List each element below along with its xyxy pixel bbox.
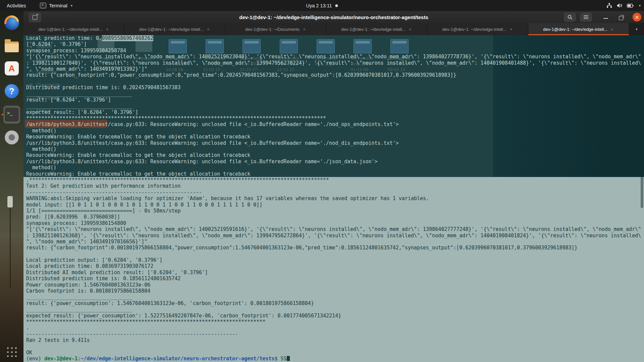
chevron-down-icon: ▾ [71,4,72,7]
terminal-row: ****************************************… [23,319,644,325]
tab-4[interactable]: dev-1@dev-1: ~/dev/edge-intell...× [326,23,427,35]
window-title: dev-1@dev-1: ~/dev/edge-intelligence-sim… [23,11,644,23]
terminal-row: ResourceWarning: Enable tracemalloc to g… [23,152,644,158]
prompt-path: ~/dev/edge-intelligence-simulator/neuro-… [81,356,275,362]
tab-close-icon[interactable]: × [302,27,306,32]
tab-close-icon[interactable]: × [206,27,210,32]
dock-item-files[interactable] [1,35,22,56]
prompt-user-host: dev-1@dev-1 [44,356,77,362]
firefox-icon [4,15,19,30]
terminal-row: result: {'power_consumption': 1.54676040… [23,300,644,306]
scrollbar-thumb[interactable] [641,176,643,208]
clock-button[interactable]: Uya 2 13:11 [306,3,338,8]
tab-label: dev-1@dev-1: ~/dev/edge-intell... [341,27,406,32]
terminal-row: . [23,325,644,331]
tab-close-icon[interactable]: × [105,27,109,32]
tab-close-icon[interactable]: × [509,27,513,32]
terminal-row: Local prediction output: ['0.6204', '0.3… [23,257,644,263]
terminal-text: : [78,356,81,362]
tab-1[interactable]: dev-1@dev-1: ~/dev/edge-intell...× [23,23,124,35]
tab-label: dev-1@dev-1: ~/dev/edge-intell... [38,27,103,32]
terminal-row: Test 2: Get prediction with performance … [23,183,644,189]
terminal-row: method() [23,165,644,171]
wallpaper-lamp [7,196,13,207]
dock-item-help[interactable]: ? [1,81,22,102]
terminal-row: ****************************************… [23,115,644,121]
menu-button[interactable] [580,12,592,22]
terminal-row: ___________________________________ [23,91,644,97]
close-button[interactable]: ✕ [633,13,641,21]
terminal-cursor [287,356,290,361]
terminal-text: Local prediction time: 0. [26,35,102,41]
terminal-row: model input: [[1 0 1 1 0 1 0 0 0 1 0 1 1… [23,202,644,208]
restore-button[interactable] [619,14,623,20]
terminal-row: expected_result: ['0.6204', '0.3796'] [23,109,644,115]
tab-list-dropdown[interactable]: ▾ [629,23,644,35]
show-applications-button[interactable] [6,346,18,358]
battery-icon [627,4,634,8]
terminal-row: Distributed AI model prediction result: … [23,269,644,276]
terminal-row: Distributed prediction time is: 0.185611… [23,276,644,282]
hamburger-icon [584,15,588,19]
app-menu-button[interactable]: Terminal ▾ [40,3,72,8]
terminal-row: ResourceWarning: Enable tracemalloc to g… [23,134,644,140]
terminal-row: .***************************************… [23,177,644,183]
terminal-text: $ SS [275,356,287,362]
terminal-row: Distributed prediction time is: 0.202457… [23,84,644,90]
terminal-row: ResourceWarning: Enable tracemalloc to g… [23,171,644,177]
tab-3[interactable]: dev-1@dev-1: ~/Documents× [225,23,326,35]
dock-item-ubuntu-software[interactable]: A [1,58,22,79]
volume-icon [617,3,622,8]
tab-close-icon[interactable]: × [610,27,614,32]
system-tray[interactable]: ▾ [606,3,641,8]
clock-label: Uya 2 13:11 [306,3,332,8]
tab-6[interactable]: dev-1@dev-1: ~/dev/edge-intell...× [528,23,629,35]
terminal-row: ['0.6204', '0.3796'] [23,41,644,47]
settings-icon [5,130,19,144]
terminal-row: ___________________________________ [23,306,644,312]
top-bar: Activities Terminal ▾ Uya 2 13:11 [0,0,644,11]
wallpaper-lamp-post [10,207,11,288]
terminal-row: pred: [[0.6203996 0.37960038]] [23,214,644,220]
terminal-row: ___________________________________ [23,103,644,109]
terminal-row: expected_result: {'power_consumption': 1… [23,313,644,319]
dock-item-firefox[interactable] [1,12,22,33]
tab-2[interactable]: dev-1@dev-1: ~/dev/edge-intell...× [124,23,225,35]
terminal-row: "['{\"result\": \"neurons installed\", \… [23,226,644,232]
terminal-row: ", \"nodo_mem_adr\": 140349197016656}']" [23,239,644,245]
tab-close-icon[interactable]: × [408,27,412,32]
terminal-row: /usr/lib/python3.8/unittest/case.py:633:… [23,121,644,127]
terminal-row: ", \"nodo_mem_adr\": 140349197013392}']" [23,66,644,72]
tab-label: dev-1@dev-1: ~/dev/edge-intell... [139,27,204,32]
running-indicator-dot [2,114,3,116]
minimize-button[interactable] [603,15,608,19]
tab-label: dev-1@dev-1: ~/dev/edge-intell... [543,27,607,32]
tab-5[interactable]: dev-1@dev-1: ~/dev/edge-intell...× [427,23,528,35]
search-icon [568,15,573,20]
title-bar[interactable]: dev-1@dev-1: ~/dev/edge-intelligence-sim… [23,11,644,23]
terminal-row: result: {"carbon_footprint":0,"power_con… [23,72,644,78]
notification-dot-icon [335,4,338,7]
minimize-icon [603,18,608,19]
terminal-row: Ran 2 tests in 9.411s [23,337,644,343]
terminal-screen[interactable]: ★Starred⌂Home▢Desktop▤Documents↓Download… [23,35,644,362]
activities-button[interactable]: Activities [5,2,28,9]
dock-item-terminal[interactable]: >_ [1,104,22,125]
terminal-row: WARNING:absl:Skipping variable loading f… [23,195,644,201]
terminal-window: dev-1@dev-1: ~/dev/edge-intelligence-sim… [23,11,644,362]
terminal-row: : 139821100126368}', '{\"result\": \"neu… [23,233,644,239]
terminal-app-icon [40,3,46,8]
dock-item-settings[interactable] [1,127,22,148]
files-icon [5,42,19,52]
close-icon: ✕ [635,15,639,20]
terminal-row: ----------------------------------------… [23,331,644,337]
dock: A?>_ [0,11,23,362]
terminal-row: (env) dev-1@dev-1:~/dev/edge-intelligenc… [23,356,644,362]
ubuntu-software-icon: A [5,61,19,75]
search-button[interactable] [564,12,576,22]
terminal-row [23,344,644,350]
terminal-row: result: {"carbon_footprint":0.0018019758… [23,245,644,251]
tab-label: dev-1@dev-1: ~/dev/edge-intell... [442,27,506,32]
help-icon: ? [5,84,19,98]
terminal-row [23,78,644,84]
